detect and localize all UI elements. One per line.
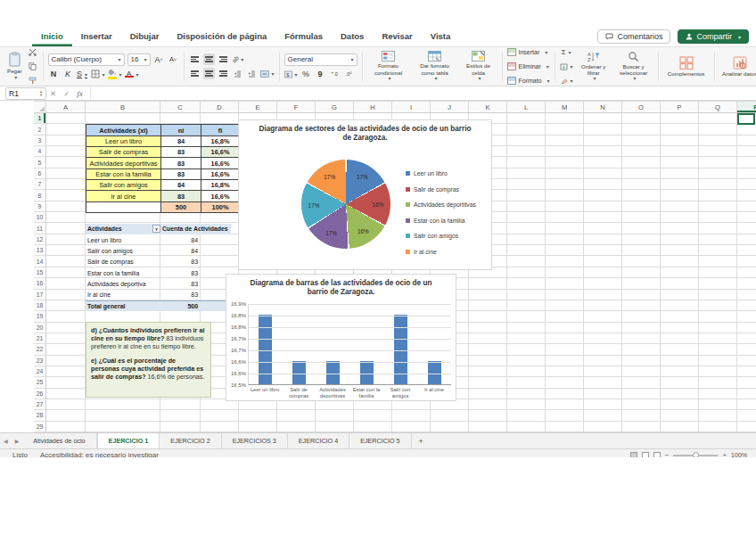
increase-indent-button[interactable] xyxy=(246,68,258,79)
align-left-button[interactable] xyxy=(189,68,201,79)
page-layout-view-icon[interactable] xyxy=(642,452,649,457)
format-as-table-button[interactable]: Dar formato como tabla▾ xyxy=(413,51,457,81)
row-header-24[interactable]: 24 xyxy=(34,366,45,377)
table-row[interactable]: Ir al cine8316,6% xyxy=(86,191,240,201)
italic-button[interactable]: K xyxy=(62,69,74,80)
sheet-tab-ejercicio-4[interactable]: EJERCICIO 4 xyxy=(288,433,349,448)
cut-button[interactable] xyxy=(27,46,38,58)
table-row[interactable]: Actividades deportitvas8316,6% xyxy=(86,158,240,168)
legend-item[interactable]: Leer un libro xyxy=(406,170,476,177)
increase-decimal-button[interactable]: ⁺.0 xyxy=(329,69,341,80)
ribbon-tab-f-rmulas[interactable]: Fórmulas xyxy=(275,28,332,46)
row-header-7[interactable]: 7 xyxy=(34,179,45,190)
addins-button[interactable]: Complementos xyxy=(663,56,710,77)
table-cell[interactable]: 16,8% xyxy=(201,136,240,147)
pivot-row[interactable]: Ir al cine83 xyxy=(86,290,231,300)
autosum-button[interactable]: Σ▾ xyxy=(560,46,573,58)
insert-cells-button[interactable]: Insertar▾ xyxy=(507,46,550,58)
table-row[interactable]: Estar con la familia8316,6% xyxy=(86,169,240,180)
row-header-21[interactable]: 21 xyxy=(34,333,45,344)
row-header-2[interactable]: 2 xyxy=(34,124,45,135)
legend-item[interactable]: Salir con amigos xyxy=(406,233,476,239)
font-size-select[interactable]: 16▾ xyxy=(127,53,151,66)
col-header-I[interactable]: I xyxy=(392,102,431,112)
sheet-nav-right-icon[interactable]: ▶ xyxy=(12,433,23,448)
zoom-slider[interactable] xyxy=(673,455,718,456)
table-header[interactable]: ni xyxy=(161,125,201,136)
increase-font-button[interactable]: A˄ xyxy=(153,53,165,65)
row-header-9[interactable]: 9 xyxy=(34,201,45,212)
formula-input[interactable] xyxy=(90,86,756,100)
name-box-stepper[interactable]: ▲▼ xyxy=(39,90,43,96)
row-header-20[interactable]: 20 xyxy=(34,323,45,333)
table-cell[interactable]: Ir al cine xyxy=(86,191,161,201)
table-cell[interactable]: Leer un libro xyxy=(86,136,161,147)
align-bottom-button[interactable] xyxy=(218,53,229,65)
row-header-19[interactable]: 19 xyxy=(34,311,45,322)
normal-view-icon[interactable] xyxy=(630,452,637,457)
row-header-16[interactable]: 16 xyxy=(34,278,45,289)
col-header-C[interactable]: C xyxy=(160,102,201,112)
row-header-15[interactable]: 15 xyxy=(34,267,45,278)
col-header-N[interactable]: N xyxy=(584,102,622,112)
legend-item[interactable]: Estar con la familia xyxy=(406,218,476,224)
table-cell[interactable]: 500 xyxy=(161,202,201,213)
ribbon-tab-vista[interactable]: Vista xyxy=(422,28,460,46)
borders-button[interactable]: ▾ xyxy=(91,69,105,80)
row-header-3[interactable]: 3 xyxy=(34,136,45,146)
col-header-H[interactable]: H xyxy=(354,102,392,112)
col-header-K[interactable]: K xyxy=(469,102,507,112)
col-header-O[interactable]: O xyxy=(622,102,661,112)
sheet-grid[interactable]: 1234567891011121314151617181920212223242… xyxy=(0,113,756,432)
sort-filter-button[interactable]: AZ Ordenar y filtrar▾ xyxy=(576,51,612,82)
row-header-4[interactable]: 4 xyxy=(34,146,45,157)
sheet-nav-left-icon[interactable]: ◀ xyxy=(0,433,12,448)
format-cells-button[interactable]: Formato▾ xyxy=(507,75,550,86)
bar-plot-area[interactable] xyxy=(248,304,451,385)
pivot-row[interactable]: Actividades deportiva83 xyxy=(86,278,231,289)
legend-item[interactable]: Ir al cine xyxy=(406,249,476,255)
table-cell[interactable]: 84 xyxy=(161,136,201,147)
pivot-total-row[interactable]: Total general500 xyxy=(86,300,231,311)
col-header-D[interactable]: D xyxy=(201,102,239,112)
col-header-P[interactable]: P xyxy=(661,102,699,112)
bar[interactable] xyxy=(292,361,306,384)
row-header-10[interactable]: 10 xyxy=(34,212,45,223)
legend-item[interactable]: Salir de compras xyxy=(406,186,476,193)
percent-style-button[interactable]: % xyxy=(300,69,312,80)
analyze-data-button[interactable]: Analizar datos xyxy=(719,56,756,77)
sheet-tab-atividades-de-ocio[interactable]: Atividades de ocio xyxy=(22,433,96,448)
pivot-filter-icon[interactable]: ▾ xyxy=(152,225,160,233)
number-format-select[interactable]: General▾ xyxy=(284,53,357,66)
table-cell[interactable]: 16,6% xyxy=(201,158,240,168)
ribbon-tab-disposici-n-de-p-gina[interactable]: Disposición de página xyxy=(168,28,275,46)
underline-button[interactable]: S▾ xyxy=(77,69,88,80)
col-header-L[interactable]: L xyxy=(507,102,546,112)
table-cell[interactable]: 83 xyxy=(161,158,201,168)
col-header-B[interactable]: B xyxy=(86,102,160,112)
comma-style-button[interactable]: 9 xyxy=(315,69,326,80)
col-header-A[interactable]: A xyxy=(46,102,86,112)
table-cell[interactable]: 83 xyxy=(161,169,201,180)
decrease-indent-button[interactable] xyxy=(232,68,243,79)
cancel-entry-icon[interactable]: ✕ xyxy=(50,89,56,98)
table-row[interactable]: Leer un libro8416,8% xyxy=(86,136,240,147)
row-header-13[interactable]: 13 xyxy=(34,245,45,256)
fill-color-button[interactable]: ▾ xyxy=(108,69,122,80)
decrease-decimal-button[interactable]: .0⁰ xyxy=(343,69,355,80)
table-cell[interactable]: Estar con la familia xyxy=(86,169,161,180)
fill-button[interactable]: ▾ xyxy=(560,61,573,72)
row-header-8[interactable]: 8 xyxy=(34,190,45,201)
activities-frequency-table[interactable]: Actividades (xi)nifiLeer un libro8416,8%… xyxy=(86,124,240,213)
align-center-button[interactable] xyxy=(203,68,215,79)
table-header[interactable]: fi xyxy=(201,125,240,136)
delete-cells-button[interactable]: Eliminar▾ xyxy=(507,61,550,72)
legend-item[interactable]: Actividades deportitvas xyxy=(406,201,476,208)
paste-button[interactable]: Pegar ▾ xyxy=(5,52,24,80)
copy-button[interactable] xyxy=(27,61,38,72)
row-header-27[interactable]: 27 xyxy=(34,399,45,410)
name-box[interactable]: R1 ▲▼ xyxy=(5,87,46,100)
ribbon-tab-dibujar[interactable]: Dibujar xyxy=(121,28,168,46)
col-header-E[interactable]: E xyxy=(239,102,277,112)
table-cell[interactable]: 83 xyxy=(161,191,201,201)
